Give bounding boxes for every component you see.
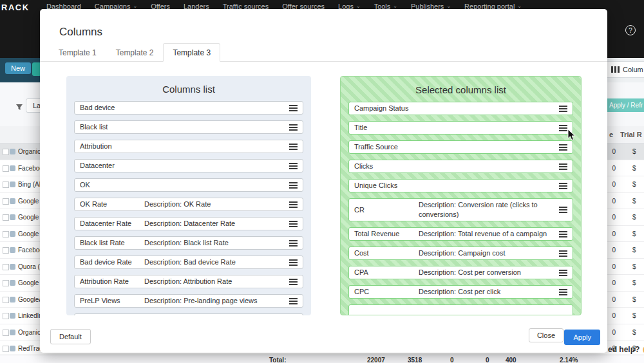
app-logo: RACK xyxy=(1,3,30,12)
column-item[interactable]: Campaign Status xyxy=(348,102,573,115)
drag-handle-icon[interactable] xyxy=(559,163,567,170)
grid-header-col1[interactable]: e xyxy=(609,131,613,138)
row-checkbox[interactable] xyxy=(3,297,9,303)
row-value: 0 xyxy=(612,247,616,254)
row-name: LinkedIn xyxy=(18,312,43,319)
drag-handle-icon[interactable] xyxy=(289,201,298,208)
column-item[interactable]: Attribution xyxy=(74,140,303,153)
template-tab[interactable]: Template 1 xyxy=(49,43,106,62)
drag-handle-icon[interactable] xyxy=(559,270,567,276)
row-value-currency: $ xyxy=(632,165,641,172)
row-checkbox[interactable] xyxy=(3,264,9,270)
help-button[interactable]: ? xyxy=(625,25,636,35)
column-item[interactable]: PreLP Views Description: Pre-landing pag… xyxy=(74,294,303,308)
column-item[interactable]: Title xyxy=(348,121,573,135)
drag-handle-icon[interactable] xyxy=(289,221,298,227)
row-checkbox[interactable] xyxy=(3,247,9,254)
drag-handle-icon[interactable] xyxy=(289,163,298,169)
column-item[interactable]: Bad device xyxy=(74,101,303,115)
drag-handle-icon[interactable] xyxy=(289,105,298,111)
drag-handle-icon[interactable] xyxy=(289,182,298,189)
column-item[interactable]: CPA Description: Cost per conversion xyxy=(348,266,573,279)
drag-handle-icon[interactable] xyxy=(289,298,298,304)
column-item[interactable]: Bad device Rate Description: Bad device … xyxy=(74,256,303,269)
drag-handle-icon[interactable] xyxy=(559,144,567,151)
drag-handle-icon[interactable] xyxy=(559,106,567,112)
drag-handle-icon[interactable] xyxy=(559,207,567,213)
template-tab[interactable]: Template 3 xyxy=(163,43,220,62)
column-item-name: Black list Rate xyxy=(80,238,144,248)
row-value-currency: $ xyxy=(632,279,641,286)
grid-header-col2[interactable]: Trial R xyxy=(620,131,642,138)
totals-value: 0 xyxy=(450,357,454,363)
column-item[interactable]: Attribution Rate Description: Attributio… xyxy=(74,275,303,288)
row-name: Bing (AL xyxy=(18,181,43,188)
column-item[interactable]: Unique Clicks xyxy=(348,179,573,192)
column-item-name: OK Rate xyxy=(80,200,144,209)
drag-handle-icon[interactable] xyxy=(289,259,298,266)
column-item[interactable]: Cost Description: Campaign cost xyxy=(348,247,573,260)
drag-handle-icon[interactable] xyxy=(289,144,298,150)
row-value: 0 xyxy=(612,181,616,188)
default-button[interactable]: Default xyxy=(50,329,91,344)
column-item[interactable]: Black list Rate Description: Black list … xyxy=(74,236,303,250)
column-item[interactable]: OK Rate Description: OK Rate xyxy=(74,198,303,211)
column-item-partial[interactable] xyxy=(348,304,573,315)
row-checkbox[interactable] xyxy=(3,330,9,336)
selected-columns-title: Selected columns list xyxy=(341,77,581,102)
column-item[interactable]: OK xyxy=(74,178,303,192)
drag-handle-icon[interactable] xyxy=(289,240,298,247)
column-item[interactable]: Total Revenue Description: Total revenue… xyxy=(348,227,573,241)
row-value-currency: $ xyxy=(632,230,641,237)
drag-handle-icon[interactable] xyxy=(559,289,567,295)
drag-handle-icon[interactable] xyxy=(559,183,567,189)
close-button[interactable]: Close xyxy=(529,328,564,342)
row-value: 0 xyxy=(612,198,616,205)
column-item[interactable]: Traffic Source xyxy=(348,140,573,154)
drag-handle-icon[interactable] xyxy=(559,231,567,237)
drag-handle-icon[interactable] xyxy=(559,250,567,257)
column-item-desc: Description: OK Rate xyxy=(144,200,289,209)
column-item[interactable]: CPC Description: Cost per click xyxy=(348,285,573,299)
row-value-currency: $ xyxy=(632,198,641,205)
apply-button[interactable]: Apply xyxy=(564,330,600,345)
chevron-down-icon: ⌄ xyxy=(446,4,451,9)
totals-label: Total: xyxy=(269,357,286,363)
row-value: 0 xyxy=(612,263,616,270)
drag-handle-icon[interactable] xyxy=(289,124,298,131)
column-item[interactable]: Datacenter xyxy=(74,159,303,172)
column-item-desc: Description: Campaign cost xyxy=(419,248,559,258)
row-checkbox[interactable] xyxy=(3,280,9,286)
row-checkbox[interactable] xyxy=(3,313,9,319)
column-item-desc: Description: Cost per click xyxy=(419,287,559,297)
row-checkbox[interactable] xyxy=(3,149,9,155)
row-checkbox[interactable] xyxy=(3,165,9,172)
column-item-partial[interactable] xyxy=(74,313,303,315)
column-item-name: Clicks xyxy=(354,162,419,171)
row-value: 0 xyxy=(612,296,616,303)
new-button[interactable]: New xyxy=(5,62,31,74)
column-item-desc: Description: Pre-landing page views xyxy=(144,296,289,306)
column-item[interactable]: Black list xyxy=(74,120,303,134)
column-item[interactable]: Clicks xyxy=(348,160,573,173)
row-checkbox[interactable] xyxy=(3,198,9,205)
columns-control[interactable]: Colum xyxy=(605,61,644,78)
drag-handle-icon[interactable] xyxy=(289,279,298,285)
column-item-name: Bad device xyxy=(80,103,144,113)
columns-list: Bad device Black list Attribution xyxy=(74,101,303,308)
columns-list-title: Columns list xyxy=(66,76,311,101)
row-favicon xyxy=(10,346,15,351)
row-favicon xyxy=(10,247,15,253)
template-tab[interactable]: Template 2 xyxy=(106,43,164,62)
row-checkbox[interactable] xyxy=(3,182,9,188)
filter-icon[interactable] xyxy=(15,102,23,113)
row-checkbox[interactable] xyxy=(3,231,9,237)
column-item[interactable]: Datacenter Rate Description: Datacenter … xyxy=(74,217,303,230)
row-checkbox[interactable] xyxy=(3,346,9,352)
row-checkbox[interactable] xyxy=(3,214,9,221)
column-item[interactable]: CR Description: Conversion rate (clicks … xyxy=(348,198,573,221)
help-chat-widget[interactable]: ed help? xyxy=(608,345,644,354)
apply-refresh-button[interactable]: Apply / Refr xyxy=(604,98,644,112)
drag-handle-icon[interactable] xyxy=(559,125,567,131)
totals-value: 3518 xyxy=(408,357,422,363)
